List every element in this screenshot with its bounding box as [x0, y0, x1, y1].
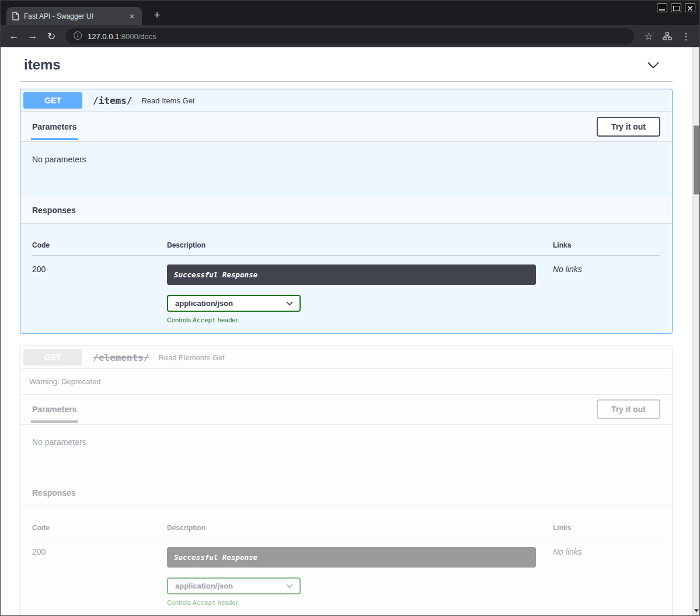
- no-parameters-text: No parameters: [32, 155, 86, 164]
- network-tree-icon[interactable]: [659, 27, 676, 45]
- site-info-icon[interactable]: ⓘ: [74, 31, 82, 41]
- tab-parameters[interactable]: Parameters: [32, 122, 76, 131]
- status-code: 200: [32, 265, 167, 274]
- method-badge: GET: [23, 92, 82, 109]
- page-scrollbar[interactable]: [692, 47, 699, 615]
- op-summary-text: Read Items Get: [139, 96, 194, 105]
- back-icon[interactable]: ←: [5, 27, 23, 45]
- close-button[interactable]: [685, 4, 695, 12]
- responses-label: Responses: [32, 206, 76, 215]
- links-value: No links: [553, 547, 660, 556]
- media-type-select[interactable]: application/json: [167, 577, 301, 594]
- try-it-out-button[interactable]: Try it out: [597, 117, 660, 137]
- browser-menu-icon[interactable]: ⋮: [677, 27, 695, 45]
- parameters-header: Parameters Try it out: [20, 112, 672, 142]
- select-chevron-icon: [286, 584, 293, 588]
- opblock-summary[interactable]: GET /items/ Read Items Get: [20, 89, 672, 112]
- accept-header-note: Controls Accept header.: [167, 316, 553, 324]
- parameters-body: No parameters: [20, 424, 672, 479]
- tag-section-items[interactable]: items: [20, 53, 673, 82]
- response-description: Successful Response: [167, 265, 536, 285]
- bookmark-star-icon[interactable]: ☆: [640, 27, 657, 45]
- tab-parameters[interactable]: Parameters: [32, 405, 76, 414]
- browser-window: Fast API - Swagger UI × + ← → ↻ ⓘ 127.0.…: [0, 0, 700, 616]
- code-column-header: Code: [32, 241, 167, 249]
- media-type-value: application/json: [175, 582, 233, 590]
- links-column-header: Links: [553, 241, 660, 249]
- responses-table-header: Code Description Links: [32, 241, 660, 256]
- window-controls: [657, 4, 695, 12]
- op-path: /items/: [83, 95, 138, 106]
- response-description-cell: Successful Response application/json Con…: [167, 265, 553, 324]
- opblock-get-elements-deprecated: GET /elements/ Read Elements Get Warning…: [20, 346, 673, 615]
- opblock-get-items: GET /items/ Read Items Get Parameters Tr…: [20, 89, 673, 334]
- opblock-summary[interactable]: GET /elements/ Read Elements Get: [20, 346, 672, 369]
- parameters-header: Parameters Try it out: [20, 395, 672, 424]
- parameters-body: No parameters: [20, 142, 672, 197]
- page-viewport: items GET /items/ Read Items Get Paramet…: [1, 47, 699, 615]
- method-badge: GET: [23, 349, 82, 366]
- new-tab-button[interactable]: +: [150, 9, 164, 22]
- code-column-header: Code: [32, 524, 167, 532]
- status-code: 200: [32, 547, 167, 556]
- media-type-value: application/json: [175, 299, 233, 308]
- url-host: 127.0.0.1: [88, 32, 119, 41]
- swagger-ui: items GET /items/ Read Items Get Paramet…: [1, 47, 692, 615]
- browser-tab[interactable]: Fast API - Swagger UI ×: [6, 7, 142, 25]
- responses-header: Responses: [20, 479, 672, 506]
- forward-icon[interactable]: →: [24, 27, 41, 45]
- response-row: 200 Successful Response application/json…: [32, 538, 660, 607]
- url-path: :8000/docs: [119, 32, 156, 41]
- deprecated-warning: Warning: Deprecated: [20, 369, 672, 395]
- select-chevron-icon: [286, 301, 293, 305]
- op-path: /elements/: [83, 352, 155, 363]
- description-column-header: Description: [167, 524, 553, 532]
- minimize-button[interactable]: [657, 4, 667, 12]
- reload-icon[interactable]: ↻: [43, 27, 60, 45]
- links-column-header: Links: [553, 524, 660, 532]
- tab-strip: Fast API - Swagger UI × +: [1, 1, 699, 25]
- tab-title: Fast API - Swagger UI: [24, 12, 123, 20]
- response-row: 200 Successful Response application/json…: [32, 256, 660, 324]
- page-favicon-icon: [12, 12, 19, 20]
- scrollbar-thumb[interactable]: [694, 126, 699, 194]
- try-it-out-button[interactable]: Try it out: [597, 399, 660, 419]
- chevron-down-icon[interactable]: [647, 61, 660, 69]
- responses-label: Responses: [32, 488, 76, 497]
- responses-header: Responses: [20, 197, 672, 224]
- no-parameters-text: No parameters: [32, 437, 86, 447]
- section-title: items: [24, 57, 61, 73]
- responses-table-header: Code Description Links: [32, 524, 660, 538]
- response-description-cell: Successful Response application/json Con…: [167, 547, 553, 607]
- responses-body: Code Description Links 200 Successful Re…: [20, 224, 672, 333]
- browser-toolbar: ← → ↻ ⓘ 127.0.0.1:8000/docs ☆ ⋮: [1, 25, 699, 47]
- media-type-select[interactable]: application/json: [167, 295, 301, 312]
- op-summary-text: Read Elements Get: [156, 353, 224, 362]
- address-bar[interactable]: ⓘ 127.0.0.1:8000/docs: [66, 28, 634, 44]
- url-text: 127.0.0.1:8000/docs: [88, 32, 156, 41]
- responses-body: Code Description Links 200 Successful Re…: [20, 506, 672, 615]
- maximize-button[interactable]: [671, 4, 681, 12]
- response-description: Successful Response: [167, 547, 536, 568]
- tab-close-icon[interactable]: ×: [127, 12, 137, 21]
- description-column-header: Description: [167, 241, 553, 249]
- scroll-down-arrow-icon[interactable]: [692, 607, 699, 614]
- links-value: No links: [553, 265, 660, 274]
- accept-header-note: Controls Accept header.: [167, 599, 553, 607]
